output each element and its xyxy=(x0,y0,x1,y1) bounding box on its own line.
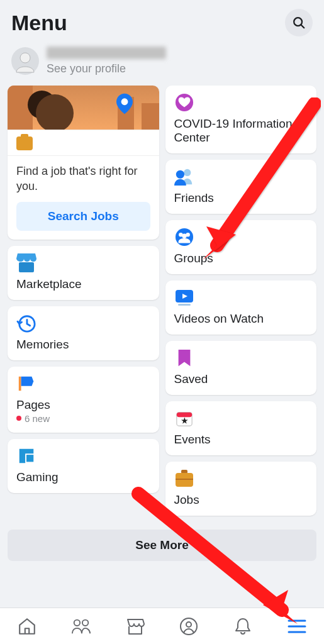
groups-icon xyxy=(174,228,194,247)
events-tile[interactable]: ★ Events xyxy=(165,401,317,455)
svg-point-3 xyxy=(121,98,128,105)
shortcut-grid: Find a job that's right for you. Search … xyxy=(0,86,324,516)
svg-point-10 xyxy=(176,170,184,179)
search-jobs-button[interactable]: Search Jobs xyxy=(16,202,150,231)
covid-tile[interactable]: COVID-19 Information Center xyxy=(165,86,317,153)
marketplace-label: Marketplace xyxy=(16,277,150,291)
profile-subtitle: See your profile xyxy=(47,62,166,75)
pages-label: Pages xyxy=(16,398,150,412)
nav-friends[interactable] xyxy=(71,616,91,636)
covid-heart-icon xyxy=(174,93,194,112)
left-column: Find a job that's right for you. Search … xyxy=(8,86,159,516)
nav-home[interactable] xyxy=(17,616,37,636)
page-title: Menu xyxy=(11,11,67,35)
home-icon xyxy=(18,617,36,636)
jobs-label: Jobs xyxy=(174,493,308,507)
saved-icon xyxy=(174,348,194,367)
storefront-icon xyxy=(126,617,145,636)
profile-row[interactable]: See your profile xyxy=(0,43,324,86)
friends-tile[interactable]: Friends xyxy=(165,160,317,214)
svg-rect-4 xyxy=(19,262,34,272)
videos-tile[interactable]: Videos on Watch xyxy=(165,280,317,335)
svg-text:★: ★ xyxy=(181,416,188,425)
people-icon xyxy=(71,617,91,636)
svg-rect-16 xyxy=(178,304,191,306)
search-button[interactable] xyxy=(285,9,313,36)
pages-icon xyxy=(16,374,36,393)
svg-point-9 xyxy=(184,169,191,176)
profile-circle-icon xyxy=(179,617,198,636)
svg-line-1 xyxy=(301,25,304,28)
bell-icon xyxy=(234,617,252,636)
pages-tile[interactable]: Pages 6 new xyxy=(8,367,159,433)
briefcase-small-icon xyxy=(16,136,33,150)
svg-rect-22 xyxy=(176,479,193,480)
svg-point-24 xyxy=(82,619,88,625)
friends-icon xyxy=(174,167,194,186)
profile-name-redacted xyxy=(47,47,166,59)
right-column: COVID-19 Information Center Friends Grou… xyxy=(165,86,317,516)
groups-label: Groups xyxy=(174,252,308,265)
saved-label: Saved xyxy=(174,372,308,386)
friends-label: Friends xyxy=(174,191,308,205)
nav-marketplace[interactable] xyxy=(125,616,145,636)
svg-point-14 xyxy=(182,233,187,238)
gaming-label: Gaming xyxy=(16,470,150,484)
events-icon: ★ xyxy=(174,409,194,428)
saved-tile[interactable]: Saved xyxy=(165,341,317,395)
svg-point-2 xyxy=(20,53,30,63)
jobs-banner-illustration xyxy=(8,86,159,130)
nav-notifications[interactable] xyxy=(233,616,253,636)
jobs-promo-card[interactable]: Find a job that's right for you. Search … xyxy=(8,86,159,240)
location-pin-icon xyxy=(116,93,133,114)
events-label: Events xyxy=(174,433,308,447)
jobs-icon-row xyxy=(8,130,159,156)
hamburger-icon xyxy=(288,619,306,634)
svg-rect-6 xyxy=(19,376,21,391)
memories-label: Memories xyxy=(16,338,150,352)
see-more-button[interactable]: See More xyxy=(8,530,316,561)
covid-label: COVID-19 Information Center xyxy=(174,117,308,145)
svg-point-23 xyxy=(74,619,79,625)
jobs-promo-text: Find a job that's right for you. xyxy=(8,164,159,202)
briefcase-icon xyxy=(174,469,194,488)
memories-icon xyxy=(16,314,36,333)
gaming-icon xyxy=(16,447,36,465)
bottom-nav xyxy=(0,608,324,644)
pages-badge: 6 new xyxy=(16,413,150,424)
videos-icon xyxy=(174,288,194,307)
memories-tile[interactable]: Memories xyxy=(8,306,159,360)
nav-menu[interactable] xyxy=(287,616,307,636)
marketplace-icon xyxy=(16,253,36,272)
nav-profile[interactable] xyxy=(179,616,199,636)
search-icon xyxy=(292,16,306,30)
gaming-tile[interactable]: Gaming xyxy=(8,439,159,493)
marketplace-tile[interactable]: Marketplace xyxy=(8,246,159,300)
menu-header: Menu xyxy=(0,0,324,43)
svg-rect-7 xyxy=(26,455,33,462)
jobs-tile[interactable]: Jobs xyxy=(165,462,317,516)
profile-avatar xyxy=(11,47,39,75)
groups-tile[interactable]: Groups xyxy=(165,220,317,274)
videos-label: Videos on Watch xyxy=(174,312,308,326)
svg-point-26 xyxy=(186,622,191,627)
